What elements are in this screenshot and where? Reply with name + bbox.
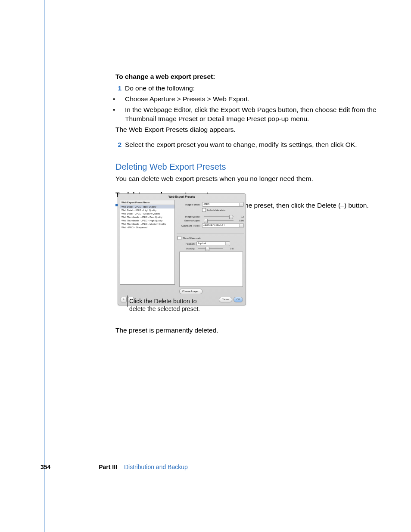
paragraph-after: The preset is permanently deleted. [115,327,218,334]
preset-row[interactable]: Web Thumbnails - JPEG - High Quality [120,219,174,222]
select-image-format[interactable]: JPEG [202,202,244,207]
preset-row[interactable]: Web Detail - JPEG - Best Quality [120,205,174,208]
dialog-screenshot: Web Export Presets Web Export Preset Nam… [118,193,245,305]
page-margin-rule [44,0,45,532]
label-image-format: Image Format: [177,203,202,206]
preset-list[interactable]: Web Export Preset Name Web Detail - JPEG… [120,200,175,285]
checkbox-show-watermark[interactable] [177,236,181,240]
preset-list-header: Web Export Preset Name [120,200,174,205]
callout-leader-line [128,296,128,307]
body-content: To change a web export preset: 1Do one o… [115,72,378,212]
preset-row[interactable]: Web Detail - JPEG - High Quality [120,208,174,212]
value-gamma-adjust: 0.00 [235,219,244,222]
value-image-quality: 12 [235,215,244,218]
add-preset-button[interactable]: + [121,297,127,302]
slider-gamma-adjust[interactable] [204,220,234,221]
select-colorsync[interactable]: sRGB IEC61966-2.1 [202,223,244,228]
preset-row[interactable]: Web Thumbnails - JPEG - Best Quality [120,215,174,219]
step-1: 1Do one of the following: [125,84,378,93]
callout-text: Click the Delete button to delete the se… [129,297,207,313]
settings-pane: Image Format: JPEG Include Metadata Imag… [177,200,244,294]
step-number: 2 [115,140,125,149]
step-text: Do one of the following: [125,84,195,92]
page-footer: 354 Part III Distribution and Backup [40,464,188,470]
step-number: 1 [115,84,125,93]
preset-row[interactable]: Web Thumbnails - JPEG - Medium Quality [120,222,174,226]
preset-row[interactable]: Web - PNG - Sharpened [120,226,174,229]
procedure-heading-1: To change a web export preset: [115,72,378,81]
label-show-watermark: Show Watermark [183,237,201,240]
label-position: Position: [177,243,196,245]
dialog-title: Web Export Presets [118,194,246,200]
label-colorsync: ColorSync Profile: [177,224,202,227]
label-image-quality: Image Quality: [177,215,202,218]
slider-image-quality[interactable] [204,216,234,217]
watermark-preview [179,252,243,287]
choose-image-button[interactable]: Choose Image... [179,289,202,294]
step-2: 2Select the export preset you want to ch… [125,140,378,149]
preset-row[interactable]: Web Detail - JPEG - Medium Quality [120,212,174,215]
label-include-metadata: Include Metadata [207,209,225,212]
label-gamma-adjust: Gamma Adjust: [177,219,202,222]
page-number: 354 [40,464,50,470]
section-label: Distribution and Backup [124,464,188,470]
value-opacity: 0.8 [225,247,234,250]
select-position[interactable]: Top Left [196,241,230,246]
paragraph: You can delete web export presets when y… [115,174,378,184]
section-heading-deleting: Deleting Web Export Presets [115,161,378,173]
ok-button[interactable]: OK [234,297,243,302]
bullet-item: Choose Aperture > Presets > Web Export. [125,95,378,104]
step-text: Select the export preset you want to cha… [125,141,357,148]
slider-opacity[interactable] [198,248,223,249]
label-opacity: Opacity: [177,247,196,250]
checkbox-include-metadata[interactable] [202,208,206,212]
part-label: Part III [99,464,117,470]
paragraph: The Web Export Presets dialog appears. [115,125,378,134]
cancel-button[interactable]: Cancel [219,297,232,302]
bullet-item: In the Webpage Editor, click the Export … [125,106,378,124]
